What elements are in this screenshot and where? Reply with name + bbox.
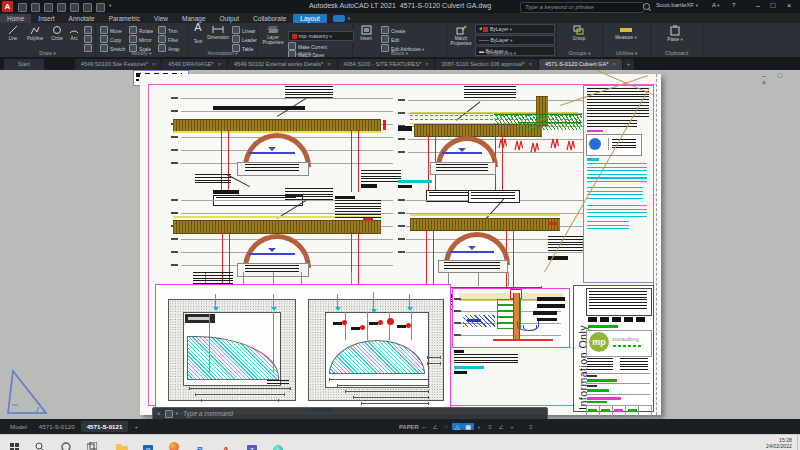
- grid-icon[interactable]: ⌐: [419, 424, 430, 430]
- file-explorer-icon[interactable]: [112, 438, 132, 450]
- rectangle-tool-icon[interactable]: [84, 26, 92, 34]
- linear-tool[interactable]: Linear: [232, 26, 255, 34]
- new-layout-button[interactable]: +: [128, 421, 144, 432]
- panel-label-utilities[interactable]: Utilities ▾: [603, 50, 650, 56]
- arc-tool[interactable]: Arc: [66, 25, 82, 41]
- command-prompt[interactable]: Type a command: [183, 408, 233, 419]
- file-tab-2[interactable]: 4549 DRAINAGE*×: [162, 59, 227, 70]
- help-icon[interactable]: ?: [732, 2, 735, 8]
- file-tab-5[interactable]: 3087-S110 Section 106 approval*×: [435, 59, 538, 70]
- annotation-note: [285, 188, 333, 200]
- copy-tool[interactable]: Copy: [100, 35, 121, 43]
- polar-tracking-icon[interactable]: △: [452, 423, 463, 430]
- tab-parametric[interactable]: Parametric: [102, 14, 147, 23]
- taskbar-clock[interactable]: 15:28 24/02/2022: [766, 437, 792, 449]
- tab-annotate[interactable]: Annotate: [62, 14, 102, 23]
- minimize-button[interactable]: –: [752, 1, 764, 11]
- tab-insert[interactable]: Insert: [31, 14, 61, 23]
- layout-tab-0120[interactable]: 4571-S-0120: [33, 421, 81, 432]
- search-input[interactable]: Type a keyword or phrase: [520, 2, 644, 13]
- linetype-dropdown[interactable]: —— ByLayer ▾: [475, 35, 555, 45]
- file-tab-3[interactable]: 4549 S0102 External works Details*×: [228, 59, 337, 70]
- file-tab-4[interactable]: 4364 S100 - SITE FEATURES*×: [338, 59, 435, 70]
- tab-output[interactable]: Output: [213, 14, 247, 23]
- rotate-tool[interactable]: Rotate: [129, 26, 153, 34]
- workspace-gear-icon[interactable]: ∠: [496, 423, 507, 430]
- customize-icon[interactable]: [165, 410, 173, 418]
- panel-label-groups[interactable]: Groups ▾: [557, 50, 602, 56]
- lineweight-toggle-icon[interactable]: +: [474, 424, 485, 430]
- edit-block-button[interactable]: Edit: [381, 35, 399, 43]
- start-button[interactable]: [4, 438, 24, 450]
- panel-label-draw[interactable]: Draw ▾: [0, 50, 95, 56]
- tab-view[interactable]: View: [147, 14, 175, 23]
- panel-label-block[interactable]: Block ▾: [353, 50, 446, 56]
- osnap-icon[interactable]: ▦: [463, 423, 474, 430]
- make-current-button[interactable]: Make Current: [288, 42, 327, 50]
- move-tool[interactable]: Move: [100, 26, 122, 34]
- new-drawing-tab-button[interactable]: +: [623, 59, 634, 70]
- fillet-tool[interactable]: Fillet: [158, 35, 178, 43]
- taskbar-search-icon[interactable]: [30, 438, 50, 450]
- ribbon-display-toggle-icon[interactable]: [333, 15, 345, 22]
- leader-tool[interactable]: Leader: [232, 35, 257, 43]
- signed-in-user[interactable]: Scott.bartleXF ▾: [656, 2, 698, 8]
- paper-space-indicator[interactable]: PAPER: [399, 424, 419, 430]
- rebar-zigzag: [514, 138, 523, 151]
- tab-home[interactable]: Home: [0, 14, 31, 23]
- customization-menu-icon[interactable]: ≡: [526, 424, 537, 430]
- circle-tool[interactable]: Circle: [47, 25, 67, 41]
- annotation-scale-icon[interactable]: ≡: [485, 424, 496, 430]
- trim-tool[interactable]: Trim: [158, 26, 177, 34]
- match-properties-button[interactable]: Match Properties: [449, 25, 473, 46]
- insert-block-button[interactable]: Insert: [355, 25, 377, 41]
- paste-button[interactable]: Paste ▾: [661, 25, 689, 42]
- model-tab[interactable]: Model: [4, 421, 33, 432]
- teams-icon[interactable]: T: [242, 438, 262, 450]
- autocad-taskbar-icon[interactable]: A: [216, 438, 236, 450]
- layer-properties-button[interactable]: Layer Properties: [260, 25, 286, 45]
- layer-dropdown[interactable]: mp- masonry ▾: [288, 31, 354, 41]
- command-line[interactable]: × ▾ Type a command: [152, 407, 548, 419]
- revu-icon[interactable]: R: [190, 438, 210, 450]
- tab-collaborate[interactable]: Collaborate: [246, 14, 293, 23]
- group-button[interactable]: Group: [565, 25, 593, 41]
- polyline-tool[interactable]: Polyline: [24, 25, 46, 41]
- object-color-dropdown[interactable]: ByLayer ▾: [475, 24, 555, 34]
- panel-label-layers[interactable]: Layers ▾: [258, 50, 352, 56]
- ellipse-tool-icon[interactable]: [84, 35, 92, 43]
- file-tab-1[interactable]: 4549 S0100 Site Features*×: [75, 59, 161, 70]
- panel-label-clipboard[interactable]: Clipboard: [651, 50, 702, 56]
- text-tool[interactable]: A: [190, 25, 206, 30]
- doc-window-controls[interactable]: – □ ×: [762, 72, 800, 86]
- autodesk-account-icon[interactable]: A ▾: [712, 2, 720, 8]
- panel-label-modify[interactable]: Modify ▾: [96, 50, 187, 56]
- file-tab-start[interactable]: Start: [4, 59, 44, 70]
- panel-label-properties[interactable]: Properties ▾: [447, 50, 556, 56]
- cortana-icon[interactable]: [56, 438, 76, 450]
- recent-commands-icon[interactable]: ▾: [176, 408, 178, 419]
- file-tab-active[interactable]: 4571-S-0120 Culvert GA*×: [539, 59, 622, 70]
- mirror-tool[interactable]: Mirror: [129, 35, 152, 43]
- ortho-icon[interactable]: ○: [441, 424, 452, 430]
- create-block-button[interactable]: Create: [381, 26, 405, 34]
- layout-tab-0121[interactable]: 4571-S-0121: [81, 421, 129, 432]
- panel-label-annotation[interactable]: Annotation ▾: [188, 50, 257, 56]
- dimension-tool[interactable]: Dimension: [206, 25, 230, 40]
- task-view-icon[interactable]: [82, 438, 102, 450]
- road-deck: [173, 220, 381, 234]
- ribbon-display-caret[interactable]: ▾: [348, 16, 350, 21]
- snap-icon[interactable]: ∠: [430, 423, 441, 430]
- command-close-icon[interactable]: ×: [157, 408, 161, 419]
- measure-button[interactable]: Measure ▾: [611, 26, 641, 40]
- drawing-canvas[interactable]: – □ ×: [0, 70, 800, 419]
- tab-layout-contextual[interactable]: Layout: [293, 14, 327, 23]
- restore-button[interactable]: □: [767, 1, 779, 11]
- isolate-icon[interactable]: +: [507, 424, 518, 430]
- line-tool[interactable]: Line: [3, 25, 23, 41]
- firefox-icon[interactable]: [164, 438, 184, 450]
- outlook-icon[interactable]: O: [138, 438, 158, 450]
- edge-icon[interactable]: e: [268, 438, 288, 450]
- revision-notes-cyan: [587, 187, 643, 201]
- close-button[interactable]: ×: [783, 1, 795, 11]
